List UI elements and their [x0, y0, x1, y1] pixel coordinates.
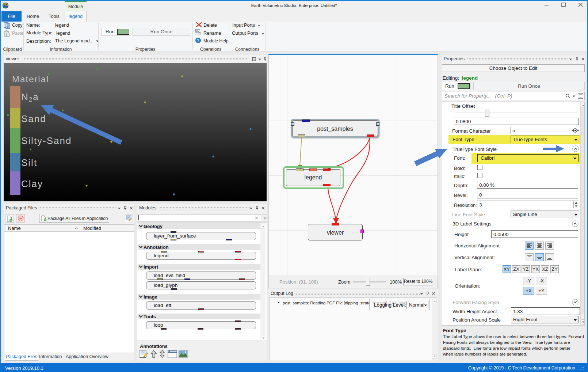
svg-text:A3: A3 — [196, 30, 199, 32]
svg-text:?: ? — [197, 38, 199, 42]
